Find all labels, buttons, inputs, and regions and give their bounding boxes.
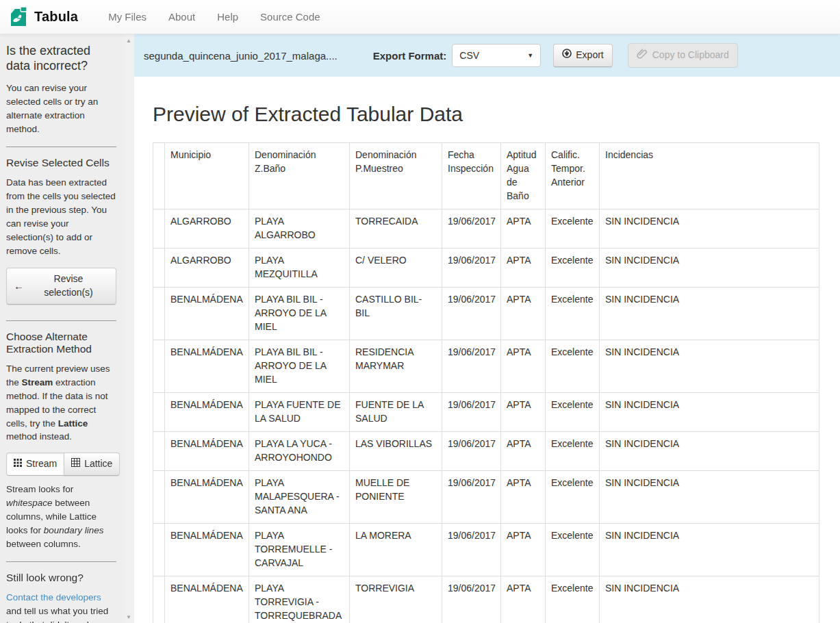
export-format-select[interactable]: CSV ▼: [452, 44, 541, 67]
table-cell: [153, 523, 165, 576]
table-cell: Excelente: [546, 431, 600, 470]
table-row: BENALMÁDENAPLAYA TORREMUELLE - CARVAJALL…: [153, 523, 819, 576]
method-note-text: Stream looks for whitespace between colu…: [6, 483, 116, 551]
lattice-icon: [71, 457, 80, 471]
table-cell: 19/06/2017: [442, 470, 501, 523]
column-header: Fecha Inspección: [442, 143, 501, 209]
table-cell: Excelente: [546, 209, 600, 248]
table-cell: [153, 431, 165, 470]
table-body: ALGARROBOPLAYA ALGARROBOTORRECAIDA19/06/…: [153, 209, 819, 623]
table-cell: Excelente: [546, 340, 600, 392]
column-header: Incidencias: [600, 143, 819, 209]
table-cell: 19/06/2017: [442, 287, 501, 340]
table-cell: PLAYA BIL BIL - ARROYO DE LA MIEL: [249, 340, 350, 392]
column-header: [153, 143, 165, 209]
table-cell: [153, 576, 165, 623]
table-cell: SIN INCIDENCIA: [600, 523, 819, 576]
table-cell: APTA: [501, 523, 546, 576]
table-cell: CASTILLO BIL-BIL: [350, 287, 442, 340]
table-cell: APTA: [501, 576, 546, 623]
table-cell: APTA: [501, 431, 546, 470]
brand[interactable]: Tabula: [0, 4, 85, 30]
table-cell: LA MORERA: [350, 523, 442, 576]
table-row: ALGARROBOPLAYA MEZQUITILLAC/ VELERO19/06…: [153, 248, 819, 287]
divider: [6, 320, 116, 321]
table-cell: Excelente: [546, 248, 600, 287]
copy-to-clipboard-button[interactable]: Copy to Clipboard: [628, 43, 738, 68]
scroll-up-icon[interactable]: ▲: [123, 36, 134, 45]
table-cell: 19/06/2017: [442, 392, 501, 431]
stream-method-button[interactable]: Stream: [6, 453, 64, 476]
document-filename: segunda_quincena_junio_2017_malaga....: [144, 50, 338, 62]
table-row: BENALMÁDENAPLAYA MALAPESQUERA - SANTA AN…: [153, 470, 819, 523]
table-cell: Excelente: [546, 576, 600, 623]
select-caret-icon: ▼: [527, 52, 533, 59]
export-button[interactable]: Export: [553, 44, 612, 67]
table-cell: APTA: [501, 470, 546, 523]
extracted-data-table: MunicipioDenominación Z.BañoDenominación…: [153, 142, 819, 623]
scroll-down-icon[interactable]: ▼: [123, 612, 134, 622]
table-cell: PLAYA MEZQUITILLA: [249, 248, 350, 287]
lattice-method-button[interactable]: Lattice: [64, 453, 120, 476]
table-cell: APTA: [501, 340, 546, 392]
column-header: Municipio: [165, 143, 249, 209]
table-row: BENALMÁDENAPLAYA FUENTE DE LA SALUDFUENT…: [153, 392, 819, 431]
revise-heading: Revise Selected Cells: [6, 157, 116, 169]
page-title: Preview of Extracted Tabular Data: [153, 103, 840, 126]
nav-link-source-code[interactable]: Source Code: [249, 1, 331, 33]
brand-title: Tabula: [34, 9, 78, 25]
nav-link-about[interactable]: About: [157, 1, 206, 33]
table-header-row: MunicipioDenominación Z.BañoDenominación…: [153, 143, 819, 209]
table-cell: FUENTE DE LA SALUD: [350, 392, 442, 431]
divider: [6, 147, 116, 147]
alternate-text: The current preview uses the Stream extr…: [6, 362, 116, 444]
table-cell: BENALMÁDENA: [165, 431, 249, 470]
table-cell: PLAYA TORREVIGIA - TORREQUEBRADA: [249, 576, 350, 623]
table-cell: PLAYA FUENTE DE LA SALUD: [249, 392, 350, 431]
main-panel: Preview of Extracted Tabular Data Munici…: [134, 103, 840, 623]
nav-links: My Files About Help Source Code: [97, 1, 331, 33]
sidebar-scrollbar[interactable]: ▲ ▼: [123, 34, 134, 623]
table-cell: SIN INCIDENCIA: [600, 248, 819, 287]
export-button-label: Export: [576, 49, 603, 62]
table-cell: PLAYA BIL BIL - ARROYO DE LA MIEL: [249, 287, 350, 340]
copy-button-label: Copy to Clipboard: [652, 49, 729, 62]
table-cell: [153, 340, 165, 392]
table-cell: 19/06/2017: [442, 248, 501, 287]
table-cell: TORRECAIDA: [350, 209, 442, 248]
navbar: Tabula My Files About Help Source Code: [0, 0, 840, 34]
table-cell: Excelente: [546, 287, 600, 340]
table-row: BENALMÁDENAPLAYA BIL BIL - ARROYO DE LA …: [153, 287, 819, 340]
nav-link-my-files[interactable]: My Files: [97, 1, 157, 33]
table-cell: [153, 209, 165, 248]
table-cell: SIN INCIDENCIA: [600, 287, 819, 340]
column-header: Denominación P.Muestreo: [350, 143, 442, 209]
table-cell: SIN INCIDENCIA: [600, 431, 819, 470]
revise-selection-button[interactable]: ← Revise selection(s): [6, 268, 116, 305]
table-cell: TORREVIGIA: [350, 576, 442, 623]
column-header: Denominación Z.Baño: [249, 143, 350, 209]
stream-icon: [14, 457, 22, 471]
table-cell: BENALMÁDENA: [165, 287, 249, 340]
table-cell: C/ VELERO: [350, 248, 442, 287]
column-header: Aptitud Agua de Baño: [501, 143, 546, 209]
table-cell: [153, 470, 165, 523]
divider: [6, 561, 116, 562]
table-cell: SIN INCIDENCIA: [600, 576, 819, 623]
table-cell: 19/06/2017: [442, 576, 501, 623]
table-cell: 19/06/2017: [442, 523, 501, 576]
content-area: segunda_quincena_junio_2017_malaga.... E…: [134, 0, 840, 623]
contact-developers-link[interactable]: Contact the developers: [6, 592, 101, 602]
table-cell: SIN INCIDENCIA: [600, 209, 819, 248]
lattice-button-label: Lattice: [84, 457, 112, 471]
table-row: ALGARROBOPLAYA ALGARROBOTORRECAIDA19/06/…: [153, 209, 819, 248]
stream-button-label: Stream: [26, 457, 57, 471]
table-cell: BENALMÁDENA: [165, 523, 249, 576]
table-cell: Excelente: [546, 523, 600, 576]
nav-link-help[interactable]: Help: [206, 1, 249, 33]
table-cell: [153, 392, 165, 431]
logo-icon: [8, 4, 29, 30]
table-cell: LAS VIBORILLAS: [350, 431, 442, 470]
table-cell: PLAYA MALAPESQUERA - SANTA ANA: [249, 470, 350, 523]
table-cell: BENALMÁDENA: [165, 392, 249, 431]
